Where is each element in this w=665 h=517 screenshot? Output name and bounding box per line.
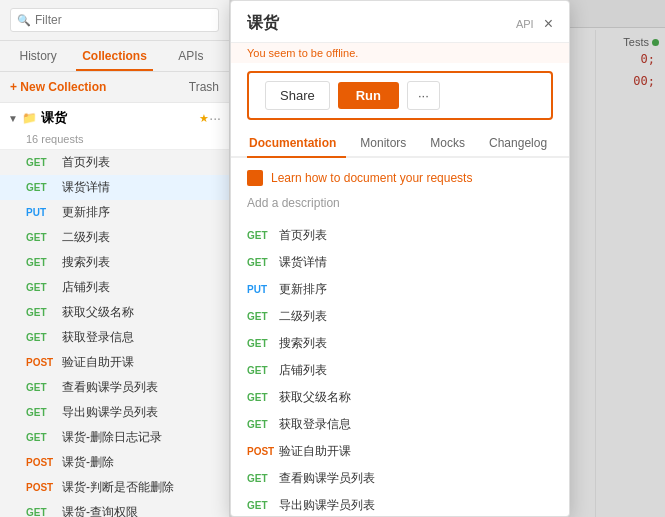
- doc-method-badge: GET: [247, 473, 279, 484]
- method-badge: POST: [26, 457, 56, 468]
- doc-request-row[interactable]: POST验证自助开课: [247, 438, 553, 465]
- request-row[interactable]: POST验证自助开课: [0, 350, 229, 375]
- doc-request-name: 导出购课学员列表: [279, 497, 375, 514]
- request-row[interactable]: GET店铺列表: [0, 275, 229, 300]
- method-badge: GET: [26, 307, 56, 318]
- method-badge: GET: [26, 182, 56, 193]
- request-name: 二级列表: [62, 229, 110, 246]
- request-row[interactable]: GET二级列表: [0, 225, 229, 250]
- request-name: 获取父级名称: [62, 304, 134, 321]
- dialog-header: 课货 API ×: [231, 1, 569, 43]
- request-row[interactable]: POST课货-判断是否能删除: [0, 475, 229, 500]
- new-collection-bar: + New Collection Trash: [0, 72, 229, 103]
- more-options-button[interactable]: ···: [407, 81, 440, 110]
- method-badge: GET: [26, 282, 56, 293]
- request-name: 搜索列表: [62, 254, 110, 271]
- folder-icon: 📁: [22, 111, 37, 125]
- dialog-api-label: API: [516, 18, 534, 30]
- tab-collections[interactable]: Collections: [76, 41, 152, 71]
- request-row[interactable]: GET导出购课学员列表: [0, 400, 229, 425]
- doc-request-row[interactable]: GET课货详情: [247, 249, 553, 276]
- search-icon: 🔍: [17, 14, 31, 27]
- tab-history[interactable]: History: [0, 41, 76, 71]
- method-badge: GET: [26, 507, 56, 517]
- request-row[interactable]: PUT更新排序: [0, 200, 229, 225]
- doc-request-row[interactable]: GET查看购课学员列表: [247, 465, 553, 492]
- sidebar-search-area: 🔍: [0, 0, 229, 41]
- collection-request-count: 16 requests: [0, 133, 229, 149]
- doc-method-badge: GET: [247, 311, 279, 322]
- collection-item: ▼ 📁 课货 ★ ··· 16 requests: [0, 103, 229, 150]
- collection-more-icon[interactable]: ···: [209, 110, 221, 126]
- collection-dialog: 课货 API × You seem to be offline. Share R…: [230, 0, 570, 517]
- method-badge: GET: [26, 332, 56, 343]
- doc-learn-link[interactable]: Learn how to document your requests: [247, 170, 553, 186]
- dialog-title: 课货: [247, 13, 516, 34]
- method-badge: POST: [26, 482, 56, 493]
- method-badge: GET: [26, 232, 56, 243]
- search-input[interactable]: [10, 8, 219, 32]
- request-name: 课货-查询权限: [62, 504, 138, 517]
- star-icon: ★: [199, 112, 209, 125]
- offline-notice: You seem to be offline.: [231, 43, 569, 63]
- doc-request-row[interactable]: PUT更新排序: [247, 276, 553, 303]
- tab-apis[interactable]: APIs: [153, 41, 229, 71]
- dialog-overlay: 课货 API × You seem to be offline. Share R…: [230, 0, 665, 517]
- dialog-close-button[interactable]: ×: [544, 15, 553, 33]
- method-badge: GET: [26, 382, 56, 393]
- doc-request-name: 查看购课学员列表: [279, 470, 375, 487]
- doc-method-badge: GET: [247, 257, 279, 268]
- share-button[interactable]: Share: [265, 81, 330, 110]
- method-badge: PUT: [26, 207, 56, 218]
- trash-button[interactable]: Trash: [189, 80, 219, 94]
- dialog-actions: Share Run ···: [247, 71, 553, 120]
- request-list: GET首页列表GET课货详情PUT更新排序GET二级列表GET搜索列表GET店铺…: [0, 150, 229, 517]
- doc-request-name: 获取登录信息: [279, 416, 351, 433]
- request-row[interactable]: GET课货-删除日志记录: [0, 425, 229, 450]
- request-row[interactable]: GET查看购课学员列表: [0, 375, 229, 400]
- new-collection-button[interactable]: + New Collection: [10, 80, 106, 94]
- doc-request-row[interactable]: GET首页列表: [247, 222, 553, 249]
- doc-request-row[interactable]: GET获取登录信息: [247, 411, 553, 438]
- method-badge: GET: [26, 257, 56, 268]
- doc-method-badge: GET: [247, 500, 279, 511]
- collection-name: 课货: [41, 109, 195, 127]
- doc-request-row[interactable]: GET店铺列表: [247, 357, 553, 384]
- run-button[interactable]: Run: [338, 82, 399, 109]
- request-name: 验证自助开课: [62, 354, 134, 371]
- request-name: 课货详情: [62, 179, 110, 196]
- doc-add-description[interactable]: Add a description: [247, 196, 553, 210]
- request-row[interactable]: GET首页列表: [0, 150, 229, 175]
- doc-request-name: 验证自助开课: [279, 443, 351, 460]
- dialog-tab-documentation[interactable]: Documentation: [247, 130, 346, 158]
- request-row[interactable]: GET获取父级名称: [0, 300, 229, 325]
- request-row[interactable]: GET搜索列表: [0, 250, 229, 275]
- doc-request-name: 更新排序: [279, 281, 327, 298]
- doc-request-list: GET首页列表GET课货详情PUT更新排序GET二级列表GET搜索列表GET店铺…: [247, 222, 553, 517]
- doc-method-badge: GET: [247, 338, 279, 349]
- doc-method-badge: GET: [247, 392, 279, 403]
- request-name: 课货-判断是否能删除: [62, 479, 174, 496]
- dialog-tab-changelog[interactable]: Changelog: [487, 130, 557, 158]
- request-row[interactable]: GET获取登录信息: [0, 325, 229, 350]
- dialog-tab-mocks[interactable]: Mocks: [428, 130, 475, 158]
- dialog-tabs: DocumentationMonitorsMocksChangelog: [231, 128, 569, 158]
- doc-method-badge: GET: [247, 419, 279, 430]
- request-row[interactable]: POST课货-删除: [0, 450, 229, 475]
- doc-request-row[interactable]: GET搜索列表: [247, 330, 553, 357]
- method-badge: GET: [26, 432, 56, 443]
- doc-request-row[interactable]: GET获取父级名称: [247, 384, 553, 411]
- request-row[interactable]: GET课货-查询权限: [0, 500, 229, 517]
- request-name: 首页列表: [62, 154, 110, 171]
- collection-header[interactable]: ▼ 📁 课货 ★ ···: [0, 103, 229, 133]
- doc-request-name: 二级列表: [279, 308, 327, 325]
- doc-request-name: 店铺列表: [279, 362, 327, 379]
- doc-method-badge: GET: [247, 365, 279, 376]
- doc-request-row[interactable]: GET导出购课学员列表: [247, 492, 553, 517]
- request-name: 查看购课学员列表: [62, 379, 158, 396]
- doc-request-row[interactable]: GET二级列表: [247, 303, 553, 330]
- request-row[interactable]: GET课货详情: [0, 175, 229, 200]
- dialog-tab-monitors[interactable]: Monitors: [358, 130, 416, 158]
- method-badge: GET: [26, 407, 56, 418]
- collapse-arrow-icon: ▼: [8, 113, 18, 124]
